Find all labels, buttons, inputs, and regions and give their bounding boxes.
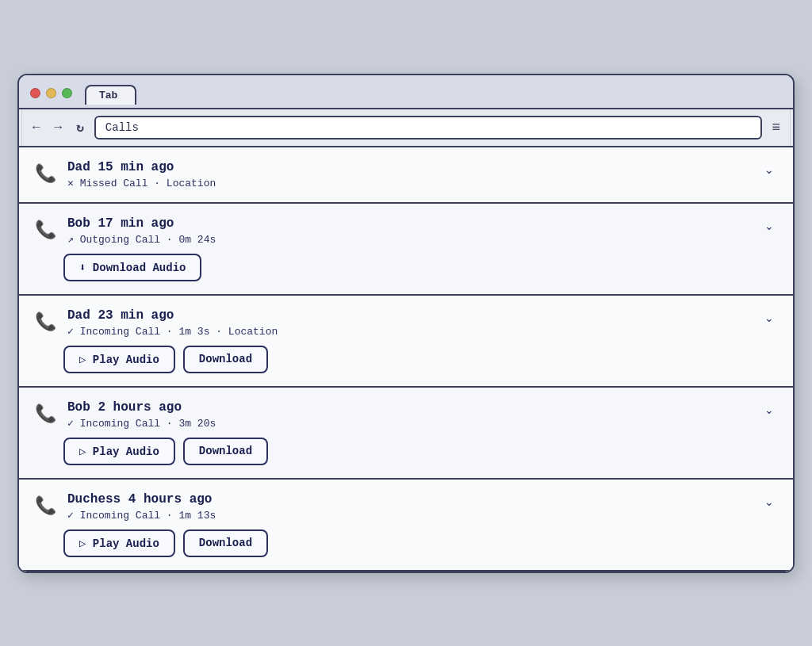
phone-icon: 📞 xyxy=(35,495,56,516)
call-header: 📞 Duchess 4 hours ago ✓ Incoming Call · … xyxy=(35,492,774,522)
play-audio-button[interactable]: ▷ Play Audio xyxy=(63,529,175,557)
call-header: 📞 Bob 2 hours ago ✓ Incoming Call · 3m 2… xyxy=(35,400,774,430)
call-details: ✓ Incoming Call · 3m 20s xyxy=(67,417,753,430)
browser-window: Tab ← → ↻ ≡ 📞 Dad 15 min ago ✕ Missed Ca… xyxy=(17,74,795,573)
call-item: 📞 Duchess 4 hours ago ✓ Incoming Call · … xyxy=(19,480,793,571)
call-item: 📞 Dad 15 min ago ✕ Missed Call · Locatio… xyxy=(19,147,793,204)
calls-list: 📞 Dad 15 min ago ✕ Missed Call · Locatio… xyxy=(19,147,793,571)
traffic-lights xyxy=(30,88,72,98)
call-info: Dad 15 min ago ✕ Missed Call · Location xyxy=(67,160,753,189)
play-audio-button[interactable]: ▷ Play Audio xyxy=(63,346,175,373)
call-contact-name: Dad 15 min ago xyxy=(67,160,753,174)
phone-icon: 📞 xyxy=(35,403,56,424)
call-actions: ⬇ Download Audio xyxy=(63,254,774,281)
download-audio-button[interactable]: ⬇ Download Audio xyxy=(63,254,201,281)
forward-button[interactable]: → xyxy=(51,119,67,136)
call-details: ↗ Outgoing Call · 0m 24s xyxy=(67,233,753,246)
phone-icon: 📞 xyxy=(35,163,56,184)
expand-chevron[interactable]: ⌄ xyxy=(764,403,774,416)
call-actions: ▷ Play AudioDownload xyxy=(63,529,774,557)
call-item: 📞 Bob 17 min ago ↗ Outgoing Call · 0m 24… xyxy=(19,204,793,296)
expand-chevron[interactable]: ⌄ xyxy=(764,312,774,324)
title-bar: Tab xyxy=(19,75,793,109)
call-info: Bob 17 min ago ↗ Outgoing Call · 0m 24s xyxy=(67,216,753,246)
expand-chevron[interactable]: ⌄ xyxy=(764,220,774,232)
call-header: 📞 Dad 23 min ago ✓ Incoming Call · 1m 3s… xyxy=(35,308,774,338)
call-header: 📞 Bob 17 min ago ↗ Outgoing Call · 0m 24… xyxy=(35,216,774,246)
download-button[interactable]: Download xyxy=(183,529,268,557)
call-item: 📞 Bob 2 hours ago ✓ Incoming Call · 3m 2… xyxy=(19,388,793,480)
phone-icon: 📞 xyxy=(35,220,56,240)
call-actions: ▷ Play AudioDownload xyxy=(63,438,774,465)
nav-bar: ← → ↻ ≡ xyxy=(19,109,793,147)
menu-icon[interactable]: ≡ xyxy=(768,119,783,136)
call-contact-name: Dad 23 min ago xyxy=(67,308,753,323)
minimize-button[interactable] xyxy=(46,88,56,98)
maximize-button[interactable] xyxy=(62,88,72,98)
download-button[interactable]: Download xyxy=(183,346,268,373)
expand-chevron[interactable]: ⌄ xyxy=(764,495,774,508)
call-contact-name: Duchess 4 hours ago xyxy=(67,492,753,506)
call-header: 📞 Dad 15 min ago ✕ Missed Call · Locatio… xyxy=(35,160,774,189)
call-info: Duchess 4 hours ago ✓ Incoming Call · 1m… xyxy=(67,492,753,522)
call-details: ✓ Incoming Call · 1m 3s · Location xyxy=(67,325,753,338)
call-contact-name: Bob 2 hours ago xyxy=(67,400,753,415)
call-info: Dad 23 min ago ✓ Incoming Call · 1m 3s ·… xyxy=(67,308,753,338)
call-details: ✓ Incoming Call · 1m 13s xyxy=(67,509,753,522)
call-item: 📞 Dad 23 min ago ✓ Incoming Call · 1m 3s… xyxy=(19,296,793,388)
call-info: Bob 2 hours ago ✓ Incoming Call · 3m 20s xyxy=(67,400,753,430)
download-button[interactable]: Download xyxy=(183,438,268,465)
address-bar[interactable] xyxy=(94,116,763,140)
call-actions: ▷ Play AudioDownload xyxy=(63,346,774,373)
close-button[interactable] xyxy=(30,88,40,98)
call-contact-name: Bob 17 min ago xyxy=(67,216,753,231)
call-details: ✕ Missed Call · Location xyxy=(67,177,753,189)
play-audio-button[interactable]: ▷ Play Audio xyxy=(63,438,175,465)
refresh-button[interactable]: ↻ xyxy=(72,118,88,137)
back-button[interactable]: ← xyxy=(29,119,44,136)
phone-icon: 📞 xyxy=(35,312,56,332)
expand-chevron[interactable]: ⌄ xyxy=(764,163,774,176)
browser-tab[interactable]: Tab xyxy=(85,85,136,105)
